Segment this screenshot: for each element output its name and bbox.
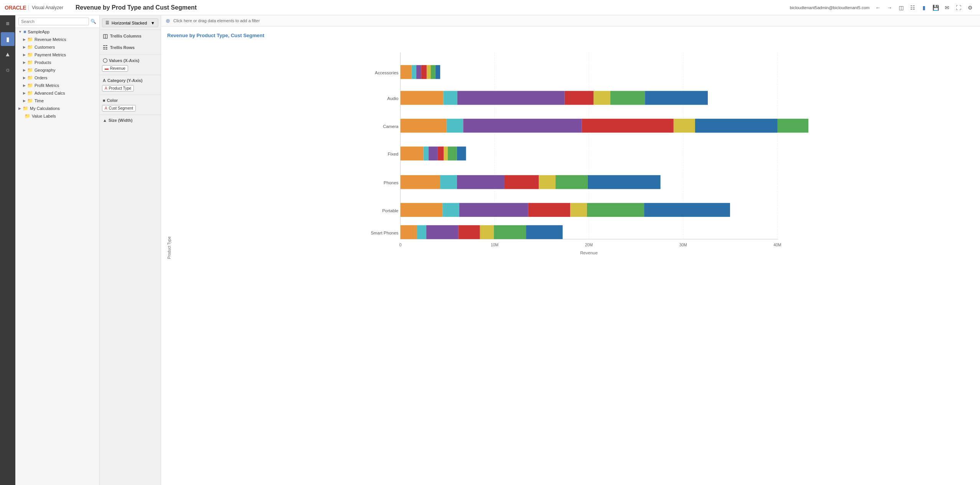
sidebar-label: Revenue Metrics xyxy=(35,37,66,42)
svg-rect-49 xyxy=(442,203,459,217)
data-panel: 🔍 ▼ ■ SampleApp ▶ 📁 Revenue Metrics ▶ 📁 … xyxy=(15,15,100,485)
folder-icon: 📁 xyxy=(25,113,30,119)
share-button[interactable]: ✉ xyxy=(942,2,952,13)
chart-icon-bar[interactable]: ▲ xyxy=(1,48,15,61)
toolbar: ← → ◫ ☷ ▮ 💾 ✉ ⛶ ⚙ xyxy=(873,2,975,13)
chart-type-icon: ☰ xyxy=(105,20,109,25)
oracle-logo: ORACLE Visual Analyzer xyxy=(5,5,63,11)
folder-icon: 📁 xyxy=(27,60,33,65)
color-section: ■ Color A Cust Segment xyxy=(100,97,161,112)
svg-rect-26 xyxy=(582,119,674,133)
svg-rect-27 xyxy=(674,119,695,133)
page-title: Revenue by Prod Type and Cust Segment xyxy=(69,4,790,11)
svg-text:30M: 30M xyxy=(679,243,687,247)
chart-type-dropdown[interactable]: ☰ Horizontal Stacked ▼ xyxy=(102,18,158,27)
grammar-panel: ☰ Horizontal Stacked ▼ ◫ Trellis Columns… xyxy=(100,15,161,485)
fullscreen-button[interactable]: ⛶ xyxy=(953,2,964,13)
svg-text:Fixed: Fixed xyxy=(388,152,398,156)
chart-type-section: ☰ Horizontal Stacked ▼ xyxy=(100,18,161,27)
user-email: bicloudtenant5admin@bicloudtenant5.com xyxy=(790,5,870,10)
sidebar-label: Payment Metrics xyxy=(35,52,66,57)
sidebar-item-my-calculations[interactable]: ▶ 📁 My Calculations xyxy=(15,105,99,112)
arrow-icon: ▶ xyxy=(23,45,26,49)
folder-icon: 📁 xyxy=(27,52,33,57)
arrow-icon: ▶ xyxy=(23,99,26,103)
chart-title: Revenue by Product Type, Cust Segment xyxy=(167,33,974,38)
sidebar-label: Customers xyxy=(35,45,55,49)
home-icon-bar[interactable]: ≡ xyxy=(1,17,15,31)
filter-icon: ⊕ xyxy=(166,18,170,24)
arrow-icon: ▶ xyxy=(23,91,26,95)
svg-rect-23 xyxy=(400,119,446,133)
sidebar-item-profit-metrics[interactable]: ▶ 📁 Profit Metrics xyxy=(15,82,99,89)
insights-icon-bar[interactable]: ☼ xyxy=(1,63,15,77)
arrow-icon: ▶ xyxy=(23,68,26,72)
size-label: Size (Width) xyxy=(109,118,133,123)
sidebar-item-payment-metrics[interactable]: ▶ 📁 Payment Metrics xyxy=(15,51,99,59)
sidebar-label: Geography xyxy=(35,68,55,72)
values-icon: ◯ xyxy=(103,58,107,63)
svg-rect-61 xyxy=(494,225,526,239)
svg-text:20M: 20M xyxy=(585,243,593,247)
trellis-columns-icon: ◫ xyxy=(103,33,108,39)
sidebar-item-revenue-metrics[interactable]: ▶ 📁 Revenue Metrics xyxy=(15,36,99,43)
svg-rect-21 xyxy=(645,91,708,105)
folder-icon: 📁 xyxy=(27,98,33,103)
divider xyxy=(100,95,161,95)
color-header: ■ Color xyxy=(100,97,161,104)
sidebar-item-products[interactable]: ▶ 📁 Products xyxy=(15,59,99,66)
svg-rect-25 xyxy=(463,119,582,133)
revenue-chip[interactable]: ▬ Revenue xyxy=(102,65,128,72)
svg-rect-20 xyxy=(610,91,645,105)
svg-rect-58 xyxy=(426,225,459,239)
folder-icon: 📁 xyxy=(27,75,33,80)
trellis-rows-header: ☷ Trellis Rows xyxy=(100,43,161,52)
save-button[interactable]: 💾 xyxy=(930,2,941,13)
revenue-chip-label: Revenue xyxy=(110,66,125,70)
chart-svg-area: Accessories Audio xyxy=(173,44,974,259)
chart-type-label: Horizontal Stacked xyxy=(112,21,147,25)
product-type-chip[interactable]: A Product Type xyxy=(102,85,134,92)
svg-rect-45 xyxy=(556,175,588,189)
tree-root[interactable]: ▼ ■ SampleApp xyxy=(15,28,99,36)
size-section: ▲ Size (Width) xyxy=(100,116,161,124)
color-label: Color xyxy=(107,98,118,103)
search-input[interactable] xyxy=(18,18,89,25)
svg-rect-19 xyxy=(594,91,610,105)
sidebar-item-time[interactable]: ▶ 📁 Time xyxy=(15,97,99,105)
svg-text:40M: 40M xyxy=(773,243,781,247)
sidebar-item-geography[interactable]: ▶ 📁 Geography xyxy=(15,66,99,74)
sidebar-item-orders[interactable]: ▶ 📁 Orders xyxy=(15,74,99,82)
svg-rect-7 xyxy=(400,65,411,79)
arrow-icon: ▶ xyxy=(23,84,26,87)
svg-rect-33 xyxy=(424,147,429,161)
svg-rect-62 xyxy=(526,225,562,239)
cust-segment-chip[interactable]: A Cust Segment xyxy=(102,105,136,111)
redo-button[interactable]: → xyxy=(884,2,895,13)
svg-text:Phones: Phones xyxy=(384,180,399,185)
bar-chart-button[interactable]: ▮ xyxy=(919,2,929,13)
sidebar-label: Time xyxy=(35,98,44,103)
chart-svg: Accessories Audio xyxy=(173,44,974,259)
svg-rect-52 xyxy=(570,203,587,217)
undo-button[interactable]: ← xyxy=(873,2,883,13)
svg-rect-11 xyxy=(427,65,431,79)
arrow-icon: ▶ xyxy=(23,61,26,64)
sidebar-item-value-labels[interactable]: 📁 Value Labels xyxy=(15,112,99,120)
settings-button[interactable]: ⚙ xyxy=(965,2,975,13)
svg-rect-34 xyxy=(429,147,438,161)
sidebar-item-customers[interactable]: ▶ 📁 Customers xyxy=(15,43,99,51)
svg-rect-37 xyxy=(448,147,457,161)
chart-type-button[interactable]: ◫ xyxy=(896,2,906,13)
svg-rect-56 xyxy=(400,225,417,239)
table-view-button[interactable]: ☷ xyxy=(907,2,918,13)
sidebar-item-advanced-calcs[interactable]: ▶ 📁 Advanced Calcs xyxy=(15,89,99,97)
filter-bar[interactable]: ⊕ Click here or drag data elements to ad… xyxy=(161,15,980,26)
trellis-columns-section: ◫ Trellis Columns xyxy=(100,31,161,41)
svg-rect-17 xyxy=(457,91,565,105)
arrow-icon: ▶ xyxy=(23,53,26,57)
revenue-chip-icon: ▬ xyxy=(105,66,109,70)
svg-rect-53 xyxy=(587,203,644,217)
main-layout: ≡ ▮ ▲ ☼ 🔍 ▼ ■ SampleApp ▶ 📁 Revenue Metr… xyxy=(0,15,980,485)
data-icon-bar[interactable]: ▮ xyxy=(1,32,15,46)
